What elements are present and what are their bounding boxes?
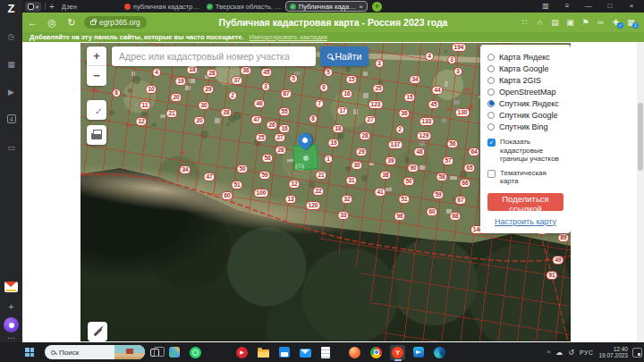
alice-icon[interactable] — [4, 317, 19, 333]
parcel-label[interactable]: 100 — [254, 189, 269, 198]
parcel-label[interactable]: 36 — [398, 109, 410, 118]
parcel-label[interactable]: 19 — [174, 77, 186, 86]
bookmark-flag-icon[interactable]: ⚑ — [578, 18, 593, 27]
configure-map-link[interactable]: Настроить карту — [487, 217, 564, 226]
parcel-label[interactable]: 3 — [453, 67, 462, 76]
parcel-label[interactable]: 6 — [319, 83, 328, 92]
parcel-label[interactable]: 26 — [266, 121, 277, 130]
parcel-label[interactable]: 58 — [436, 173, 447, 181]
share-link-button[interactable]: Поделиться ссылкой — [487, 193, 564, 211]
search-input[interactable] — [112, 46, 316, 66]
taskbar-app-blue-app[interactable] — [411, 345, 426, 359]
parcel-label[interactable]: 21 — [315, 171, 326, 180]
draw-button[interactable] — [88, 322, 107, 341]
language-indicator[interactable]: РУС — [580, 349, 594, 356]
taskbar-app-music[interactable]: ▶ — [234, 345, 250, 360]
parcel-label[interactable]: 66 — [459, 179, 470, 188]
parcel-label[interactable]: 31 — [345, 176, 357, 185]
parcel-label[interactable]: 49 — [552, 256, 564, 265]
parcel-label[interactable]: 20 — [193, 116, 205, 125]
panels-icon[interactable]: ▤ — [547, 18, 563, 27]
parcel-label[interactable]: 133 — [419, 117, 435, 126]
parcel-label[interactable]: 64 — [468, 147, 479, 156]
parcel-label[interactable]: 29 — [355, 147, 367, 156]
layer-checkbox[interactable]: ✓Показать кадастровые границы участков — [487, 138, 564, 164]
taskbar-app-document[interactable] — [319, 345, 332, 360]
collections-icon[interactable]: ▦ — [0, 58, 22, 71]
parcel-label[interactable]: 4 — [152, 68, 161, 77]
parcel-label[interactable]: 91 — [546, 271, 557, 280]
parcel-label[interactable]: 59 — [432, 190, 444, 199]
cadastral-map[interactable]: 1944333418283645551519373410293625448202… — [80, 43, 571, 341]
parcel-label[interactable]: 194 — [452, 43, 467, 52]
parcel-label[interactable]: 45 — [260, 68, 272, 77]
parcel-label[interactable]: 51 — [398, 195, 410, 204]
parcel-label[interactable]: 28 — [359, 131, 370, 140]
parcel-label[interactable]: 47 — [250, 115, 262, 124]
layer-option[interactable]: Спутник Google — [487, 109, 564, 121]
parcel-label[interactable]: 26 — [275, 146, 286, 155]
sync-icon[interactable]: ↺ — [568, 349, 574, 357]
parcel-label[interactable]: 7 — [315, 99, 324, 108]
parcel-label[interactable]: 28 — [220, 108, 232, 117]
parcel-label[interactable]: 15 — [403, 93, 415, 102]
parcel-label[interactable]: 50 — [236, 164, 248, 173]
parcel-label[interactable]: 48 — [413, 147, 425, 156]
parcel-label[interactable]: 34 — [179, 165, 191, 174]
maximize-icon[interactable]: □ — [599, 0, 621, 13]
taskbar-app-firefox[interactable] — [347, 345, 362, 360]
parcel-label[interactable]: 55 — [278, 107, 290, 116]
taskbar-app-whatsapp[interactable] — [188, 345, 203, 360]
more-icon[interactable]: ⋯ — [0, 333, 22, 342]
new-tab-button[interactable]: + — [372, 2, 382, 12]
parcel-label[interactable]: 2 — [228, 91, 237, 100]
parcel-label[interactable]: 2 — [395, 125, 404, 134]
parcel-label[interactable]: 18 — [186, 65, 198, 74]
parcel-label[interactable]: 44 — [431, 86, 443, 95]
parcel-label[interactable]: 65 — [463, 164, 475, 173]
parcel-label[interactable]: 3 — [261, 82, 270, 91]
parcel-label[interactable]: 3 — [375, 59, 384, 68]
layer-option[interactable]: OpenStreetMap — [487, 86, 564, 97]
fullscreen-button[interactable]: ↔ — [87, 100, 106, 120]
layer-option[interactable]: Карта Яндекс — [487, 51, 564, 63]
parcel-label[interactable]: 38 — [379, 171, 391, 180]
parcel-label[interactable]: 8 — [112, 88, 121, 97]
close-icon[interactable]: × — [621, 0, 642, 13]
parcel-label[interactable]: 18 — [332, 124, 343, 133]
taskbar-app-yandex-browser[interactable]: Y — [390, 345, 405, 360]
taskbar-app-floppy[interactable] — [277, 345, 292, 359]
parcel-label[interactable]: 21 — [165, 109, 177, 118]
parcel-label[interactable]: 51 — [231, 181, 242, 189]
video-icon[interactable]: ▶ — [0, 86, 22, 98]
parcel-label[interactable]: 19 — [327, 139, 339, 147]
parcel-label[interactable]: 12 — [135, 117, 147, 126]
taskbar-app-photos[interactable] — [167, 345, 182, 359]
layer-checkbox[interactable]: Тематическая карта — [487, 169, 564, 186]
taskbar-app-edge[interactable] — [432, 345, 447, 360]
parcel-label[interactable]: 5 — [324, 68, 333, 77]
parcel-label[interactable]: 17 — [336, 106, 348, 115]
layer-option[interactable]: Карта Google — [487, 63, 564, 74]
parcel-label[interactable]: 59 — [258, 171, 270, 180]
parcel-label[interactable]: 22 — [312, 187, 324, 196]
parcel-label[interactable]: 137 — [388, 140, 403, 149]
parcel-label[interactable]: 27 — [364, 115, 376, 124]
parcel-label[interactable]: 57 — [442, 156, 453, 165]
parcel-label[interactable]: 68 — [449, 212, 461, 221]
parcel-label[interactable]: 37 — [231, 76, 242, 85]
menu-icon[interactable]: ≡ — [556, 0, 578, 13]
parcel-label[interactable]: 25 — [255, 133, 267, 142]
layer-option[interactable]: Карта 2GIS — [487, 74, 564, 86]
parcel-label[interactable]: 47 — [203, 173, 215, 181]
taskbar-search[interactable]: Поиск — [45, 345, 145, 359]
parcel-label[interactable]: 5 — [289, 74, 298, 83]
parcel-label[interactable]: 67 — [454, 196, 466, 205]
new-tab-icon[interactable]: + — [49, 2, 55, 12]
active-tab-chip[interactable]: ▾ — [25, 2, 41, 12]
browser-tab[interactable]: публичная кадастровая к — [121, 1, 203, 12]
parcel-label[interactable]: 90 — [407, 164, 419, 173]
browser-tab[interactable]: Дзен — [58, 1, 121, 12]
parcel-label[interactable]: 15 — [345, 75, 357, 84]
scrollbar-thumb[interactable] — [638, 103, 643, 171]
